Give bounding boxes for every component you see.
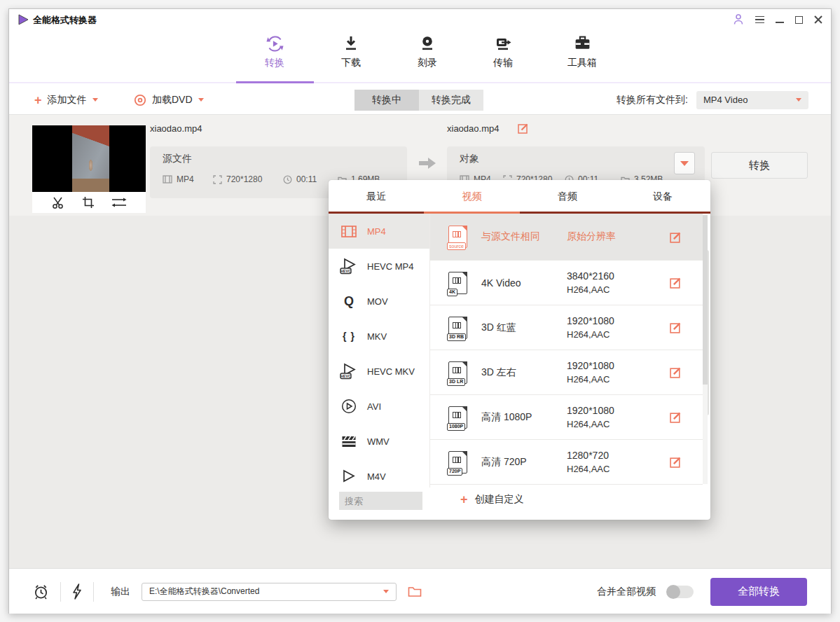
load-dvd-button[interactable]: 加载DVD bbox=[134, 85, 204, 115]
divider bbox=[93, 582, 94, 602]
toggle-knob bbox=[666, 585, 680, 599]
hevc-play-icon: HEVC bbox=[340, 363, 358, 380]
close-icon[interactable] bbox=[814, 15, 822, 24]
create-custom-button[interactable]: + 创建自定义 bbox=[460, 493, 524, 506]
chevron-down-icon bbox=[92, 98, 98, 102]
video-thumbnail-card bbox=[32, 125, 146, 213]
tab-converting[interactable]: 转换中 bbox=[354, 90, 419, 111]
preset-row-3d-lr[interactable]: 3D LR 3D 左右 1920*1080 H264,AAC bbox=[430, 350, 703, 395]
format-item-m4v[interactable]: M4V bbox=[329, 459, 429, 488]
effects-adjust-icon[interactable] bbox=[111, 196, 127, 209]
preset-row-same-as-source[interactable]: source 与源文件相同 原始分辨率 bbox=[430, 214, 703, 261]
popup-tab-audio[interactable]: 音频 bbox=[520, 180, 615, 214]
source-file-icon: source bbox=[448, 226, 467, 248]
source-box-title: 源文件 bbox=[163, 153, 394, 165]
avi-play-circle-icon bbox=[341, 399, 357, 414]
main-nav: 转换 下载 刻录 bbox=[9, 30, 831, 83]
preset-file-icon: 3D LR bbox=[448, 361, 467, 384]
output-format-value: MP4 Video bbox=[703, 95, 748, 105]
preset-row-4k[interactable]: 4K 4K Video 3840*2160 H264,AAC bbox=[430, 261, 703, 305]
burn-disc-icon bbox=[418, 34, 436, 53]
app-logo-icon bbox=[18, 14, 29, 25]
merge-toggle[interactable] bbox=[667, 586, 694, 598]
nav-burn[interactable]: 刻录 bbox=[394, 34, 461, 69]
toolbox-icon bbox=[573, 34, 592, 53]
scrollbar-thumb[interactable] bbox=[703, 215, 708, 385]
search-input[interactable] bbox=[339, 492, 422, 510]
output-format-select[interactable]: MP4 Video bbox=[696, 91, 808, 109]
nav-transfer-label: 传输 bbox=[493, 57, 513, 69]
bottombar: 输出 E:\全能格式转换器\Converted 合并全部视频 全部转换 bbox=[9, 568, 831, 614]
popup-tab-video[interactable]: 视频 bbox=[424, 180, 519, 214]
target-filename: xiaodao.mp4 bbox=[447, 123, 499, 134]
preset-row-3d-rb[interactable]: 3D RB 3D 红蓝 1920*1080 H264,AAC bbox=[430, 305, 703, 350]
nav-toolbox[interactable]: 工具箱 bbox=[549, 34, 616, 69]
matroska-icon: { } bbox=[343, 331, 355, 342]
target-box-title: 对象 bbox=[460, 153, 692, 165]
tab-finished[interactable]: 转换完成 bbox=[419, 90, 483, 111]
format-item-hevc-mp4[interactable]: HEVC HEVC MP4 bbox=[329, 249, 429, 284]
format-item-wmv[interactable]: WMV bbox=[329, 424, 429, 459]
popup-tab-recent[interactable]: 最近 bbox=[329, 180, 424, 214]
target-format-dropdown-button[interactable] bbox=[674, 152, 695, 174]
hevc-play-icon: HEVC bbox=[340, 258, 358, 275]
edit-preset-icon[interactable] bbox=[670, 366, 682, 378]
add-file-button[interactable]: + 添加文件 bbox=[34, 85, 98, 115]
schedule-clock-icon[interactable] bbox=[33, 583, 49, 600]
source-format: MP4 bbox=[163, 174, 213, 184]
menu-icon[interactable] bbox=[755, 16, 764, 24]
format-item-mov[interactable]: Q MOV bbox=[329, 284, 429, 319]
chevron-down-icon bbox=[383, 590, 389, 593]
quicktime-icon: Q bbox=[344, 294, 354, 309]
edit-preset-icon[interactable] bbox=[670, 231, 682, 243]
account-icon[interactable] bbox=[733, 13, 744, 26]
source-filename: xiaodao.mp4 bbox=[150, 123, 202, 134]
mp4-film-icon bbox=[341, 226, 357, 237]
popup-tab-device[interactable]: 设备 bbox=[615, 180, 710, 214]
popup-tabs: 最近 视频 音频 设备 bbox=[329, 180, 710, 214]
maximize-icon[interactable] bbox=[795, 16, 803, 24]
minimize-icon[interactable] bbox=[776, 22, 784, 23]
crop-icon[interactable] bbox=[82, 196, 95, 209]
convert-all-button[interactable]: 全部转换 bbox=[710, 578, 807, 606]
plus-icon: + bbox=[34, 94, 42, 106]
format-item-avi[interactable]: AVI bbox=[329, 389, 429, 424]
output-path-select[interactable]: E:\全能格式转换器\Converted bbox=[142, 583, 397, 601]
convert-button[interactable]: 转换 bbox=[711, 152, 808, 179]
nav-transfer[interactable]: 传输 bbox=[469, 34, 537, 69]
app-title: 全能格式转换器 bbox=[33, 14, 97, 27]
open-folder-icon[interactable] bbox=[408, 586, 422, 597]
convert-icon bbox=[266, 34, 284, 53]
format-item-mp4[interactable]: MP4 bbox=[329, 214, 429, 249]
merge-all-label: 合并全部视频 bbox=[597, 586, 656, 598]
preset-list-scrollbar[interactable] bbox=[703, 215, 708, 484]
divider bbox=[60, 582, 61, 602]
preset-row-1080p[interactable]: 1080P 高清 1080P 1920*1080 H264,AAC bbox=[430, 395, 703, 440]
nav-download[interactable]: 下载 bbox=[317, 34, 385, 69]
format-picker-popup: 最近 视频 音频 设备 MP4 bbox=[329, 180, 710, 520]
performance-bolt-icon[interactable] bbox=[72, 583, 82, 600]
format-list: MP4 HEVC HEVC MP4 Q MOV bbox=[329, 214, 430, 488]
trim-scissors-icon[interactable] bbox=[52, 196, 65, 209]
edit-preset-icon[interactable] bbox=[670, 411, 682, 423]
preset-row-720p[interactable]: 720P 高清 720P 1280*720 H264,AAC bbox=[430, 440, 703, 485]
expand-icon bbox=[213, 175, 222, 184]
dvd-icon bbox=[134, 94, 146, 106]
edit-preset-icon[interactable] bbox=[670, 456, 682, 468]
preset-file-icon: 1080P bbox=[448, 406, 467, 429]
load-dvd-label: 加载DVD bbox=[152, 94, 193, 106]
svg-text:HEVC: HEVC bbox=[340, 269, 351, 273]
edit-preset-icon[interactable] bbox=[670, 277, 682, 289]
rename-edit-icon[interactable] bbox=[518, 123, 529, 134]
convert-all-to-label: 转换所有文件到: bbox=[617, 94, 688, 106]
format-item-mkv[interactable]: { } MKV bbox=[329, 319, 429, 354]
app-window: 全能格式转换器 bbox=[8, 8, 832, 614]
output-label: 输出 bbox=[111, 586, 130, 598]
edit-tools bbox=[32, 192, 146, 213]
format-item-hevc-mkv[interactable]: HEVC HEVC MKV bbox=[329, 354, 429, 389]
transfer-icon bbox=[494, 34, 512, 53]
edit-preset-icon[interactable] bbox=[670, 322, 682, 333]
nav-convert[interactable]: 转换 bbox=[241, 34, 308, 69]
film-icon bbox=[163, 175, 172, 184]
download-icon bbox=[342, 34, 360, 53]
